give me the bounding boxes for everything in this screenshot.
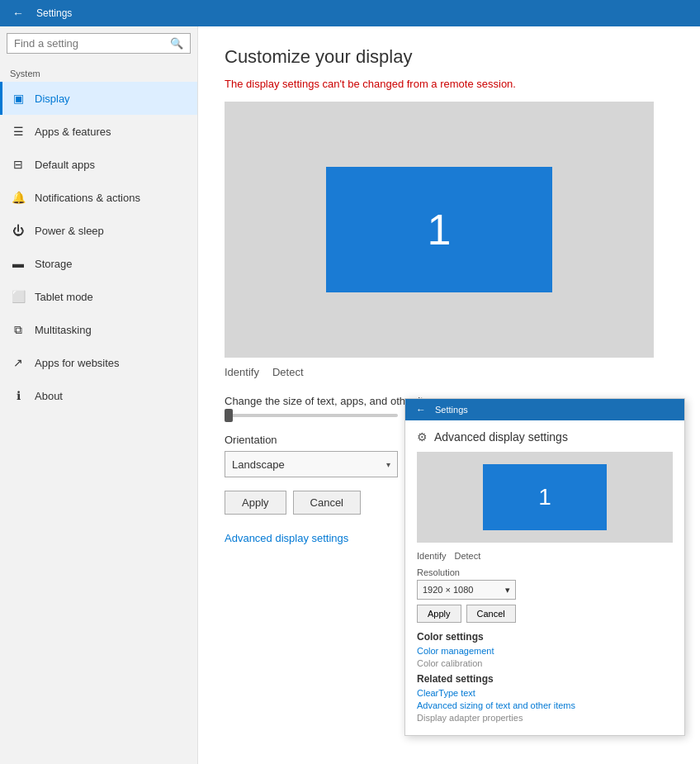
sidebar-item-tablet-mode[interactable]: ⬜ Tablet mode — [0, 280, 197, 313]
popup-detect-link[interactable]: Detect — [454, 551, 480, 561]
sidebar-item-label: Tablet mode — [35, 291, 93, 303]
advanced-sizing-link[interactable]: Advanced sizing of text and other items — [417, 700, 673, 710]
main-layout: 🔍 System ▣ Display ☰ Apps & features ⊟ D… — [0, 26, 700, 764]
popup-back-button[interactable]: ← — [412, 401, 430, 419]
multitasking-icon: ⧉ — [10, 321, 26, 338]
display-preview: 1 — [225, 102, 654, 358]
title-bar-title: Settings — [36, 7, 72, 19]
title-bar: ← Settings — [0, 0, 700, 26]
content-area: Customize your display The display setti… — [198, 26, 700, 764]
cancel-button[interactable]: Cancel — [293, 491, 361, 515]
page-title: Customize your display — [225, 46, 674, 68]
scale-slider[interactable] — [225, 414, 398, 417]
popup-actions: Identify Detect — [417, 551, 673, 561]
popup-titlebar-title: Settings — [435, 405, 468, 415]
sidebar-item-display[interactable]: ▣ Display — [0, 82, 197, 115]
color-management-link[interactable]: Color management — [417, 646, 673, 656]
popup-apply-button[interactable]: Apply — [417, 605, 461, 623]
popup-panel: ← Settings ⚙ Advanced display settings 1 — [404, 398, 685, 736]
color-settings-title: Color settings — [417, 631, 673, 643]
system-label: System — [0, 60, 197, 82]
sidebar-item-label: Apps & features — [35, 126, 111, 138]
sidebar-item-label: Power & sleep — [35, 225, 104, 237]
identify-link[interactable]: Identify — [225, 366, 259, 378]
search-input[interactable] — [14, 37, 170, 50]
sidebar-item-label: Display — [35, 93, 70, 105]
sidebar-item-apps-websites[interactable]: ↗ Apps for websites — [0, 346, 197, 379]
apply-button[interactable]: Apply — [225, 491, 286, 515]
notifications-icon: 🔔 — [10, 189, 26, 206]
apps-websites-icon: ↗ — [10, 354, 26, 371]
sidebar-item-power-sleep[interactable]: ⏻ Power & sleep — [0, 214, 197, 247]
resolution-label: Resolution — [417, 567, 673, 577]
popup-monitor-box: 1 — [483, 464, 607, 530]
error-message: The display settings can't be changed fr… — [225, 78, 674, 90]
sidebar-item-label: Notifications & actions — [35, 192, 140, 204]
popup-content: ⚙ Advanced display settings 1 Identify D… — [405, 420, 684, 735]
sidebar-item-notifications[interactable]: 🔔 Notifications & actions — [0, 181, 197, 214]
title-bar-back-button[interactable]: ← — [7, 2, 30, 25]
orientation-value: Landscape — [232, 458, 285, 471]
resolution-select[interactable]: 1920 × 1080 ▾ — [417, 580, 516, 600]
sidebar-item-label: Default apps — [35, 159, 95, 171]
orientation-select[interactable]: Landscape ▾ — [225, 451, 398, 477]
sidebar-item-apps-features[interactable]: ☰ Apps & features — [0, 115, 197, 148]
popup-cancel-button[interactable]: Cancel — [466, 605, 516, 623]
detect-link[interactable]: Detect — [272, 366, 304, 378]
sidebar-item-default-apps[interactable]: ⊟ Default apps — [0, 148, 197, 181]
gear-icon: ⚙ — [417, 430, 428, 444]
monitor-box: 1 — [326, 167, 552, 292]
storage-icon: ▬ — [10, 255, 26, 272]
display-icon: ▣ — [10, 90, 26, 107]
related-settings-title: Related settings — [417, 673, 673, 685]
chevron-down-icon: ▾ — [386, 460, 390, 469]
sidebar-item-multitasking[interactable]: ⧉ Multitasking — [0, 313, 197, 346]
cleartype-link[interactable]: ClearType text — [417, 688, 673, 698]
popup-identify-link[interactable]: Identify — [417, 551, 446, 561]
sidebar-item-about[interactable]: ℹ About — [0, 379, 197, 412]
about-icon: ℹ — [10, 387, 26, 404]
slider-thumb[interactable] — [225, 409, 233, 422]
popup-titlebar: ← Settings — [405, 399, 684, 420]
popup-monitor-number: 1 — [538, 484, 551, 510]
back-arrow-icon: ← — [12, 7, 24, 20]
display-actions: Identify Detect — [225, 366, 674, 378]
default-apps-icon: ⊟ — [10, 156, 26, 173]
search-icon: 🔍 — [170, 37, 183, 50]
sidebar-item-label: About — [35, 390, 63, 402]
power-icon: ⏻ — [10, 222, 26, 239]
display-adapter-label: Display adapter properties — [417, 713, 673, 723]
tablet-icon: ⬜ — [10, 288, 26, 305]
advanced-display-settings-link[interactable]: Advanced display settings — [225, 532, 348, 544]
popup-monitor-preview: 1 — [417, 452, 673, 543]
sidebar: 🔍 System ▣ Display ☰ Apps & features ⊟ D… — [0, 26, 198, 764]
monitor-number: 1 — [428, 205, 452, 254]
popup-heading-title: Advanced display settings — [434, 430, 568, 444]
resolution-row: Resolution 1920 × 1080 ▾ — [417, 567, 673, 600]
sidebar-item-storage[interactable]: ▬ Storage — [0, 247, 197, 280]
popup-button-row: Apply Cancel — [417, 605, 673, 623]
sidebar-item-label: Storage — [35, 258, 73, 270]
resolution-value: 1920 × 1080 — [423, 585, 473, 595]
popup-heading: ⚙ Advanced display settings — [417, 430, 673, 444]
sidebar-item-label: Multitasking — [35, 324, 92, 336]
search-box[interactable]: 🔍 — [7, 33, 191, 54]
resolution-chevron-icon: ▾ — [505, 585, 510, 596]
sidebar-item-label: Apps for websites — [35, 357, 120, 369]
color-calibration-label: Color calibration — [417, 658, 673, 668]
apps-features-icon: ☰ — [10, 123, 26, 140]
